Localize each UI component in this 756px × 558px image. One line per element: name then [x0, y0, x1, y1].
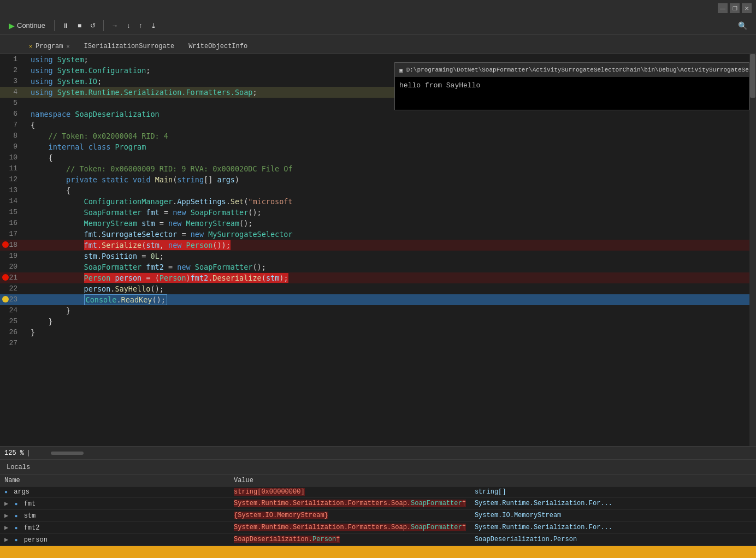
line-content-8: // Token: 0x02000004 RID: 4 — [22, 130, 168, 141]
fmt2-expand[interactable]: ▶ — [4, 524, 8, 532]
breakpoint-21[interactable] — [2, 274, 9, 281]
tab-iserialization[interactable]: ISerializationSurrogate — [76, 39, 181, 54]
locals-row-person[interactable]: ▶ ● person SoapDeserialization.Person† S… — [0, 534, 756, 546]
line-num-16: 16 — [0, 218, 22, 229]
code-line-17: 17 fmt.SurrogateSelector = new MySurroga… — [0, 229, 749, 240]
line-content-19: stm.Position = 0L; — [22, 251, 164, 262]
step-out-button[interactable]: ↑ — [135, 20, 145, 32]
code-line-19: 19 stm.Position = 0L; — [0, 251, 749, 262]
stm-expand[interactable]: ▶ — [4, 512, 8, 520]
code-line-12: 12 private static void Main(string[] arg… — [0, 174, 749, 185]
locals-table-header: Name Value — [0, 475, 756, 486]
line-num-19: 19 — [0, 251, 22, 262]
code-line-26: 26 } — [0, 327, 749, 338]
code-line-13: 13 { — [0, 185, 749, 196]
locals-name-fmt2: ▶ ● fmt2 — [0, 522, 229, 534]
line-num-3: 3 — [0, 76, 22, 87]
args-value: string[0x00000000] — [234, 488, 305, 496]
minimize-button[interactable]: — — [718, 3, 728, 13]
code-line-9: 9 internal class Program — [0, 141, 749, 152]
locals-type-person: SoapDeserialization.Person — [470, 534, 756, 546]
tab-writeobjectinfo-label: WriteObjectInfo — [188, 43, 247, 50]
line-content-13: { — [22, 185, 70, 196]
breakpoint-18[interactable] — [2, 241, 9, 248]
breakpoint-23[interactable] — [2, 296, 9, 302]
toolbar-separator-2 — [103, 20, 104, 31]
stop-button[interactable]: ■ — [74, 20, 85, 32]
locals-row-fmt2[interactable]: ▶ ● fmt2 System.Runtime.Serialization.Fo… — [0, 522, 756, 534]
locals-row-args[interactable]: ● args string[0x00000000] string[] — [0, 486, 756, 498]
line-num-14: 14 — [0, 196, 22, 207]
fmt-name: fmt — [24, 500, 36, 508]
line-num-12: 12 — [0, 174, 22, 185]
locals-row-stm[interactable]: ▶ ● stm {System.IO.MemoryStream} System.… — [0, 510, 756, 522]
line-num-21: 21 — [0, 272, 22, 283]
continue-label: Continue — [17, 21, 45, 29]
status-bar — [0, 546, 756, 558]
line-content-10: { — [22, 152, 53, 163]
locals-value-stm: {System.IO.MemoryStream} — [229, 510, 470, 522]
tab-program-close[interactable]: ✕ — [66, 43, 69, 50]
person-icon: ● — [14, 537, 17, 543]
locals-header: Locals — [0, 460, 756, 475]
line-content-3: using System.IO; — [22, 76, 102, 87]
col-value-header: Value — [229, 475, 470, 486]
line-num-27: 27 — [0, 338, 22, 349]
code-line-22: 22 person.SayHello(); — [0, 283, 749, 294]
console-window[interactable]: ▣ D:\programing\DotNet\SoapFormatter\Act… — [394, 62, 749, 110]
line-content-25: } — [22, 316, 53, 327]
locals-table-body: ● args string[0x00000000] string[] ▶ ● — [0, 486, 756, 546]
line-num-4: 4 — [0, 87, 22, 98]
person-value: SoapDeserialization.Person† — [234, 536, 340, 543]
code-scrollbar[interactable] — [749, 54, 756, 446]
stm-value: {System.IO.MemoryStream} — [234, 512, 328, 519]
step-into-button[interactable]: ↓ — [123, 20, 133, 32]
col-type-header — [470, 475, 756, 486]
pause-button[interactable]: ⏸ — [59, 20, 72, 32]
zoom-bar: 125 % | — [0, 447, 34, 460]
close-button[interactable]: ✕ — [742, 3, 752, 13]
code-scrollbar-thumb[interactable] — [750, 54, 755, 98]
args-icon: ● — [4, 489, 8, 495]
person-expand[interactable]: ▶ — [4, 536, 8, 544]
tab-writeobjectinfo[interactable]: WriteObjectInfo — [181, 39, 255, 54]
code-line-15: 15 SoapFormatter fmt = new SoapFormatter… — [0, 207, 749, 218]
search-button[interactable]: 🔍 — [734, 19, 752, 32]
locals-type-args: string[] — [470, 486, 756, 498]
restart-button[interactable]: ↺ — [87, 20, 99, 32]
scrollbar-track-h[interactable] — [34, 447, 756, 459]
code-line-27: 27 — [0, 338, 749, 349]
play-icon: ▶ — [9, 21, 15, 30]
args-name: args — [14, 488, 29, 496]
tab-iserialization-label: ISerializationSurrogate — [84, 43, 174, 50]
console-titlebar: ▣ D:\programing\DotNet\SoapFormatter\Act… — [395, 63, 749, 77]
stm-icon: ● — [14, 513, 17, 519]
line-content-16: MemoryStream stm = new MemoryStream(); — [22, 218, 252, 229]
bottom-section: 125 % | Locals Name Value — [0, 446, 756, 558]
col-name-header: Name — [0, 475, 229, 486]
fmt-value: System.Runtime.Serialization.Formatters.… — [234, 500, 466, 507]
locals-value-fmt: System.Runtime.Serialization.Formatters.… — [229, 498, 470, 510]
breakpoints-button[interactable]: ⤓ — [147, 20, 160, 32]
scrollbar-thumb-h[interactable] — [51, 452, 84, 455]
line-num-2: 2 — [0, 65, 22, 76]
locals-type-stm: System.IO.MemoryStream — [470, 510, 756, 522]
continue-button[interactable]: ▶ Continue — [4, 19, 50, 32]
fmt-expand[interactable]: ▶ — [4, 500, 8, 508]
line-content-21: Person person = (Person)fmt2.Deserialize… — [22, 272, 288, 283]
code-area[interactable]: 1 using System; 2 using System.Configura… — [0, 54, 749, 446]
line-content-7: { — [22, 120, 35, 130]
line-content-2: using System.Configuration; — [22, 65, 150, 76]
toolbar: ▶ Continue ⏸ ■ ↺ → ↓ ↑ ⤓ 🔍 — [0, 16, 756, 35]
locals-name-args: ● args — [0, 486, 229, 498]
restore-button[interactable]: ❐ — [730, 3, 740, 13]
tab-debug[interactable]: ✕ Program ✕ — [22, 39, 76, 54]
code-line-24: 24 } — [0, 305, 749, 316]
line-num-26: 26 — [0, 327, 22, 338]
title-bar-controls: — ❐ ✕ — [718, 3, 752, 13]
line-num-9: 9 — [0, 141, 22, 152]
locals-row-fmt[interactable]: ▶ ● fmt System.Runtime.Serialization.For… — [0, 498, 756, 510]
step-over-button[interactable]: → — [108, 20, 121, 32]
line-num-11: 11 — [0, 163, 22, 174]
person-name: person — [24, 536, 48, 544]
